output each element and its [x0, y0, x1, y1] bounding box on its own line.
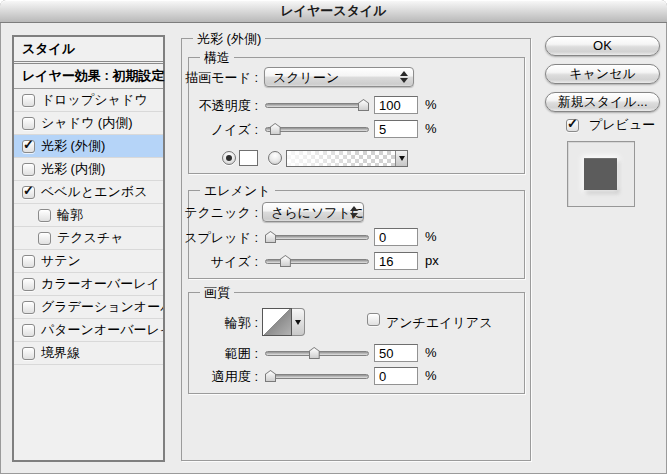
effect-checkbox[interactable] [22, 347, 35, 360]
noise-unit: % [425, 121, 437, 136]
structure-group-title: 構造 [200, 49, 234, 67]
effect-checkbox[interactable] [22, 94, 35, 107]
spread-input[interactable] [374, 228, 418, 246]
spread-slider-thumb[interactable] [265, 231, 276, 243]
noise-slider[interactable] [265, 123, 369, 135]
solid-color-radio[interactable] [222, 151, 236, 165]
jitter-slider-thumb[interactable] [265, 370, 276, 382]
opacity-slider-track[interactable] [265, 103, 369, 108]
gradient-picker[interactable] [286, 150, 408, 167]
size-slider[interactable] [265, 255, 369, 267]
range-input[interactable] [374, 344, 418, 362]
panel-title: 光彩 (外側) [193, 30, 265, 48]
cancel-button[interactable]: キャンセル [545, 64, 660, 84]
effect-label: シャドウ (内側) [41, 114, 133, 132]
spread-slider[interactable] [265, 231, 369, 243]
sidebar-item[interactable]: グラデーションオーバーレイ [14, 296, 163, 319]
effect-label: カラーオーバーレイ [41, 275, 160, 293]
sidebar-item[interactable]: ベベルとエンボス [14, 181, 163, 204]
styles-sidebar: スタイル レイヤー効果 : 初期設定 ドロップシャドウシャドウ (内側)光彩 (… [12, 35, 165, 462]
spread-slider-track[interactable] [265, 235, 369, 240]
popup-arrows-icon [347, 205, 360, 219]
sidebar-item[interactable]: 境界線 [14, 342, 163, 365]
effect-label: パターンオーバーレイ [41, 321, 163, 339]
preview-toggle[interactable]: プレビュー [566, 116, 655, 134]
antialias-label: アンチエイリアス [386, 314, 492, 332]
sidebar-item[interactable]: カラーオーバーレイ [14, 273, 163, 296]
effect-label: 光彩 (内側) [41, 160, 105, 178]
window-title: レイヤースタイル [0, 0, 667, 23]
opacity-label: 不透明度 : [199, 97, 258, 115]
opacity-slider[interactable] [265, 99, 369, 111]
quality-group: 画質 輪郭 : アンチエイリアス 範囲 : % 適用度 : % [188, 292, 525, 394]
effect-checkbox[interactable] [22, 163, 35, 176]
opacity-unit: % [425, 97, 437, 112]
sidebar-item[interactable]: 輪郭 [14, 204, 163, 227]
sidebar-item[interactable]: ドロップシャドウ [14, 89, 163, 112]
effect-label: テクスチャ [57, 229, 124, 247]
range-slider[interactable] [265, 347, 369, 359]
elements-group: エレメント テクニック : さらにソフトに スプレッド : % サイズ : px [188, 190, 525, 279]
structure-group: 構造 描画モード : スクリーン 不透明度 : % ノイズ : % [188, 57, 525, 174]
range-label: 範囲 : [225, 345, 258, 363]
preview-label: プレビュー [589, 116, 655, 134]
jitter-slider-track[interactable] [265, 374, 369, 379]
noise-slider-thumb[interactable] [270, 123, 281, 135]
contour-dropdown-arrow-icon[interactable] [292, 308, 305, 336]
contour-label: 輪郭 : [225, 314, 258, 332]
noise-label: ノイズ : [211, 121, 258, 139]
blend-mode-value: スクリーン [273, 70, 339, 86]
jitter-slider[interactable] [265, 370, 369, 382]
glow-color-swatch[interactable] [239, 150, 258, 166]
spread-label: スプレッド : [184, 229, 258, 247]
effect-label: ベベルとエンボス [41, 183, 147, 201]
effect-checkbox[interactable] [22, 117, 35, 130]
effect-label: 境界線 [41, 344, 80, 362]
effect-checkbox[interactable] [22, 324, 35, 337]
effect-checkbox[interactable] [38, 209, 51, 222]
sidebar-item-blending-defaults[interactable]: レイヤー効果 : 初期設定 [14, 64, 163, 89]
effect-label: ドロップシャドウ [41, 91, 147, 109]
outer-glow-panel: 光彩 (外側) 構造 描画モード : スクリーン 不透明度 : % ノイズ : … [181, 38, 531, 461]
effect-checkbox[interactable] [22, 140, 35, 153]
jitter-input[interactable] [374, 367, 418, 385]
sidebar-item[interactable]: パターンオーバーレイ [14, 319, 163, 342]
sidebar-header-styles: スタイル [14, 37, 163, 64]
spread-unit: % [425, 229, 437, 244]
contour-picker[interactable] [262, 308, 305, 336]
style-preview-box [567, 141, 635, 207]
opacity-input[interactable] [374, 96, 418, 114]
antialias-checkbox[interactable] [367, 313, 380, 326]
blend-mode-select[interactable]: スクリーン [264, 67, 414, 87]
effect-checkbox[interactable] [38, 232, 51, 245]
sidebar-item[interactable]: 光彩 (内側) [14, 158, 163, 181]
effect-checkbox[interactable] [22, 278, 35, 291]
gradient-radio[interactable] [268, 151, 282, 165]
jitter-label: 適用度 : [212, 368, 258, 386]
sidebar-item[interactable]: テクスチャ [14, 227, 163, 250]
effect-checkbox[interactable] [22, 301, 35, 314]
opacity-slider-thumb[interactable] [358, 99, 369, 111]
contour-thumbnail[interactable] [262, 308, 292, 336]
sidebar-item[interactable]: シャドウ (内側) [14, 112, 163, 135]
ok-button[interactable]: OK [545, 36, 660, 56]
effect-checkbox[interactable] [22, 255, 35, 268]
style-preview-thumbnail [584, 158, 617, 190]
effect-label: サテン [41, 252, 81, 270]
preview-checkbox[interactable] [566, 119, 579, 132]
effect-checkbox[interactable] [22, 186, 35, 199]
range-slider-thumb[interactable] [309, 347, 320, 359]
gradient-dropdown-arrow-icon[interactable] [395, 151, 407, 166]
size-slider-thumb[interactable] [280, 255, 291, 267]
noise-input[interactable] [374, 120, 418, 138]
gradient-preview[interactable] [287, 151, 396, 166]
quality-group-title: 画質 [200, 284, 234, 302]
size-label: サイズ : [211, 253, 258, 271]
sidebar-item[interactable]: 光彩 (外側) [14, 135, 163, 158]
elements-group-title: エレメント [200, 182, 275, 200]
size-input[interactable] [374, 252, 418, 270]
size-unit: px [425, 253, 439, 268]
new-style-button[interactable]: 新規スタイル... [545, 92, 660, 112]
sidebar-item[interactable]: サテン [14, 250, 163, 273]
technique-select[interactable]: さらにソフトに [262, 202, 364, 222]
